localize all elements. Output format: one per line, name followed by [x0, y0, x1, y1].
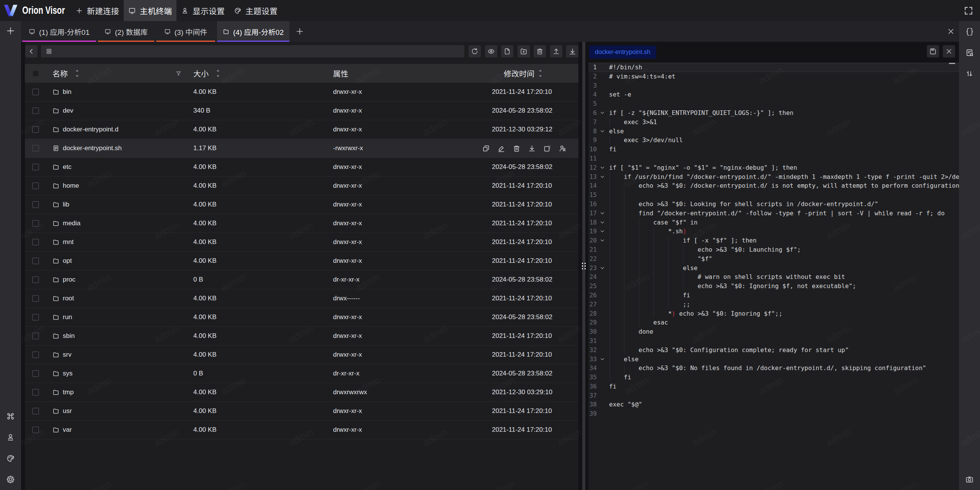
menu-item-new-connection[interactable]: 新建连接 [71, 0, 124, 21]
tab-1[interactable]: (1) 应用-分析01 [22, 21, 96, 42]
table-row[interactable]: media4.00 KBdrwxr-xr-x2021-11-24 17:20:1… [25, 214, 578, 233]
table-row[interactable]: run4.00 KBdrwxr-xr-x2024-05-28 23:58:02 [25, 308, 578, 327]
row-checkbox[interactable] [32, 88, 39, 95]
row-checkbox[interactable] [32, 145, 39, 152]
sort-carets[interactable] [216, 69, 220, 78]
sidebar-sort-button[interactable] [959, 63, 980, 84]
sidebar-stamp-button[interactable] [0, 427, 21, 448]
table-row[interactable]: mnt4.00 KBdrwxr-xr-x2021-11-24 17:20:10 [25, 233, 578, 252]
table-row[interactable]: bin4.00 KBdrwxr-xr-x2021-11-24 17:20:10 [25, 83, 578, 102]
row-checkbox[interactable] [32, 333, 39, 339]
table-row[interactable]: tmp4.00 KBdrwxrwxrwx2021-12-30 03:29:10 [25, 383, 578, 402]
sidebar-command-button[interactable] [0, 406, 21, 427]
copy-button[interactable] [482, 144, 490, 152]
row-checkbox[interactable] [32, 295, 39, 302]
fold-chevron-icon[interactable] [599, 356, 605, 362]
row-checkbox[interactable] [32, 201, 39, 208]
preview-button[interactable] [485, 45, 497, 57]
rename-button[interactable] [543, 144, 551, 152]
table-row[interactable]: lib4.00 KBdrwxr-xr-x2021-11-24 17:20:10 [25, 195, 578, 214]
sort-carets[interactable] [538, 69, 542, 78]
delete-button[interactable] [513, 144, 521, 152]
fold-chevron-icon[interactable] [599, 265, 605, 271]
fold-chevron-icon[interactable] [599, 220, 605, 225]
edit-button[interactable] [497, 144, 505, 152]
monitor-icon [164, 28, 171, 35]
fold-chevron-icon[interactable] [599, 165, 605, 170]
fold-chevron-icon[interactable] [599, 210, 605, 216]
sidebar-settings-button[interactable] [0, 469, 21, 490]
table-row[interactable]: usr4.00 KBdrwxr-xr-x2021-11-24 17:20:10 [25, 402, 578, 421]
column-header-name[interactable]: 名称 [52, 68, 193, 79]
menu-item-theme-settings[interactable]: 主题设置 [229, 0, 282, 21]
code-editor[interactable]: 1#!/bin/sh2# vim:sw=4:ts=4:et34set -e56i… [588, 62, 959, 490]
column-header-mtime[interactable]: 修改时间 [492, 68, 578, 79]
table-row[interactable]: sbin4.00 KBdrwxr-xr-x2021-11-24 17:20:10 [25, 327, 578, 346]
row-checkbox[interactable] [32, 220, 39, 227]
fold-chevron-icon[interactable] [599, 238, 605, 243]
fold-chevron-icon[interactable] [599, 228, 605, 234]
save-button[interactable] [927, 45, 939, 57]
editor-close-button[interactable] [943, 45, 955, 57]
table-row[interactable]: sys0 Bdr-xr-xr-x2024-05-28 23:58:02 [25, 364, 578, 383]
panel-divider[interactable] [582, 42, 585, 490]
sidebar-braces-button[interactable] [959, 21, 980, 42]
delete-button[interactable] [534, 45, 546, 57]
row-checkbox[interactable] [32, 370, 39, 377]
sidebar-new-tab-button[interactable] [0, 21, 21, 40]
filter-icon[interactable] [175, 70, 182, 77]
table-row[interactable]: etc4.00 KBdrwxr-xr-x2024-05-28 23:58:02 [25, 158, 578, 177]
select-all-checkbox[interactable] [33, 71, 38, 76]
row-checkbox[interactable] [32, 126, 39, 133]
row-checkbox[interactable] [32, 257, 39, 264]
fullscreen-button[interactable] [964, 6, 973, 16]
line-number: 30 [588, 327, 597, 336]
new-file-button[interactable] [501, 45, 513, 57]
tab-2[interactable]: (2) 数据库 [98, 21, 154, 42]
row-checkbox[interactable] [32, 276, 39, 283]
download-button[interactable] [528, 144, 536, 152]
column-header-size[interactable]: 大小 [193, 68, 333, 79]
table-row[interactable]: opt4.00 KBdrwxr-xr-x2021-11-24 17:20:10 [25, 252, 578, 270]
table-row[interactable]: docker-entrypoint.d4.00 KBdrwxr-xr-x2021… [25, 120, 578, 139]
app-logo[interactable]: Orion Visor [4, 5, 71, 16]
new-folder-button[interactable] [518, 45, 530, 57]
download-button[interactable] [566, 45, 578, 57]
table-row[interactable]: home4.00 KBdrwxr-xr-x2021-11-24 17:20:10 [25, 177, 578, 195]
fold-chevron-icon[interactable] [599, 174, 605, 180]
row-checkbox[interactable] [32, 426, 39, 433]
permission-button[interactable] [559, 144, 567, 152]
row-checkbox[interactable] [32, 351, 39, 358]
row-checkbox[interactable] [32, 182, 39, 189]
sort-carets[interactable] [75, 69, 79, 78]
back-button[interactable] [25, 45, 38, 57]
row-checkbox[interactable] [32, 408, 39, 415]
row-checkbox[interactable] [32, 389, 39, 396]
row-checkbox[interactable] [32, 107, 39, 114]
row-checkbox[interactable] [32, 164, 39, 170]
tab-3[interactable]: (3) 中间件 [156, 21, 215, 42]
editor-file-tag[interactable]: docker-entrypoint.sh [589, 46, 656, 59]
table-row[interactable]: docker-entrypoint.sh1.17 KB-rwxrwxr-x [25, 139, 578, 158]
fold-chevron-icon[interactable] [599, 110, 605, 116]
table-row[interactable]: proc0 Bdr-xr-xr-x2024-05-28 23:58:02 [25, 270, 578, 289]
sidebar-doc-bookmark-button[interactable] [959, 42, 980, 63]
sidebar-screenshot-button[interactable] [959, 469, 980, 490]
menu-item-display-settings[interactable]: 显示设置 [176, 0, 229, 21]
table-row[interactable]: srv4.00 KBdrwxr-xr-x2021-11-24 17:20:10 [25, 346, 578, 364]
refresh-button[interactable] [469, 45, 481, 57]
upload-button[interactable] [550, 45, 562, 57]
row-checkbox[interactable] [32, 314, 39, 321]
table-row[interactable]: dev340 Bdrwxr-xr-x2024-05-28 23:58:02 [25, 102, 578, 120]
tab-bar-close-button[interactable] [943, 21, 959, 42]
table-row[interactable]: root4.00 KBdrwx------2021-11-24 17:20:10 [25, 289, 578, 308]
tab-add-button[interactable] [291, 21, 308, 42]
table-row[interactable]: var4.00 KBdrwxr-xr-x2021-11-24 17:20:10 [25, 421, 578, 439]
row-checkbox[interactable] [32, 239, 39, 246]
folder-icon [52, 370, 59, 377]
tab-4[interactable]: (4) 应用-分析02 [217, 21, 289, 42]
fold-chevron-icon[interactable] [599, 128, 605, 134]
menu-item-host-terminal[interactable]: 主机终端 [124, 0, 176, 21]
path-input[interactable] [56, 45, 464, 57]
sidebar-theme-button[interactable] [0, 448, 21, 469]
